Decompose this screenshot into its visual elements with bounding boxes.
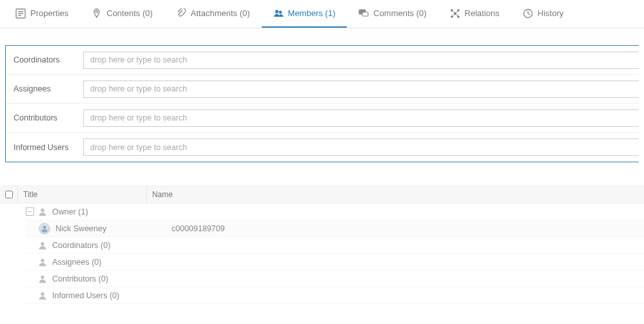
table-header-row: Title Name xyxy=(0,186,644,204)
column-header-name[interactable]: Name xyxy=(147,190,173,199)
form-label: Contributors xyxy=(6,113,83,122)
history-icon xyxy=(523,8,533,19)
form-label: Coordinators xyxy=(6,55,83,64)
form-label: Assignees xyxy=(6,84,83,93)
attachment-icon xyxy=(176,8,186,19)
tab-attachment[interactable]: Attachments (0) xyxy=(164,1,262,28)
relations-icon xyxy=(450,8,460,19)
group-row[interactable]: Coordinators (0) xyxy=(26,237,644,254)
tab-label: Properties xyxy=(30,8,68,18)
tab-label: History xyxy=(538,8,563,18)
tab-properties[interactable]: Properties xyxy=(4,1,80,28)
group-row[interactable]: Informed Users (0) xyxy=(26,287,644,304)
properties-icon xyxy=(15,8,26,19)
person-icon xyxy=(38,258,47,267)
group-label: Coordinators (0) xyxy=(52,241,110,250)
tab-history[interactable]: History xyxy=(511,1,575,28)
select-all-checkbox[interactable] xyxy=(5,191,13,198)
group-row[interactable]: − Owner (1) xyxy=(26,204,644,220)
form-input-wrap xyxy=(83,81,639,98)
person-icon xyxy=(38,241,47,250)
tab-label: Attachments (0) xyxy=(191,8,250,18)
informed-users-input[interactable] xyxy=(83,138,639,156)
tab-relations[interactable]: Relations xyxy=(438,1,511,28)
form-input-wrap xyxy=(83,52,639,69)
collapse-toggle[interactable]: − xyxy=(26,207,34,216)
form-row-coordinators: Coordinators xyxy=(6,46,639,75)
group-row[interactable]: Contributors (0) xyxy=(26,271,644,287)
pin-icon xyxy=(92,8,102,19)
form-input-wrap xyxy=(83,110,639,127)
members-form-panel: Coordinators Assignees Contributors Info… xyxy=(5,45,639,162)
person-icon xyxy=(38,274,47,283)
group-label: Assignees (0) xyxy=(52,258,101,267)
form-row-assignees: Assignees xyxy=(6,75,639,104)
tab-pin[interactable]: Contents (0) xyxy=(80,1,164,28)
avatar xyxy=(39,223,50,234)
tab-comments[interactable]: Comments (0) xyxy=(347,1,438,28)
coordinators-input[interactable] xyxy=(83,52,639,69)
form-row-contributors: Contributors xyxy=(6,104,639,133)
form-input-wrap xyxy=(83,138,639,156)
contributors-input[interactable] xyxy=(83,110,639,127)
tab-label: Comments (0) xyxy=(373,8,426,18)
form-label: Informed Users xyxy=(6,143,83,152)
member-name: c00009189709 xyxy=(171,224,225,233)
tab-label: Members (1) xyxy=(288,8,336,18)
tab-label: Relations xyxy=(465,8,500,18)
tab-label: Contents (0) xyxy=(106,8,153,18)
select-all-cell xyxy=(0,186,18,203)
members-table: Title Name − Owner (1) Nick Sweeney c000… xyxy=(0,186,644,304)
person-icon xyxy=(38,291,47,300)
members-tree: − Owner (1) Nick Sweeney c00009189709 Co… xyxy=(0,204,644,304)
member-title: Nick Sweeney xyxy=(55,224,171,233)
assignees-input[interactable] xyxy=(83,81,639,98)
members-icon xyxy=(273,8,284,19)
group-label: Contributors (0) xyxy=(52,274,108,283)
group-label: Informed Users (0) xyxy=(52,291,119,300)
tab-bar: PropertiesContents (0)Attachments (0)Mem… xyxy=(0,0,644,28)
column-header-title[interactable]: Title xyxy=(18,186,147,203)
comments-icon xyxy=(358,8,369,19)
tab-members[interactable]: Members (1) xyxy=(262,1,347,28)
group-row[interactable]: Assignees (0) xyxy=(26,254,644,271)
group-label: Owner (1) xyxy=(52,207,88,216)
person-icon xyxy=(38,207,47,216)
member-row[interactable]: Nick Sweeney c00009189709 xyxy=(26,220,644,237)
form-row-informed-users: Informed Users xyxy=(6,133,639,162)
